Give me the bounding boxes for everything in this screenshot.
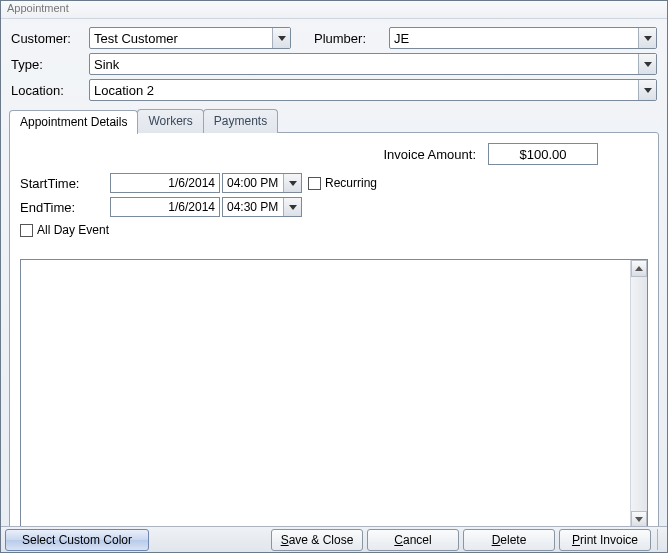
- chevron-down-icon[interactable]: [638, 28, 656, 48]
- recurring-checkbox[interactable]: Recurring: [308, 176, 377, 190]
- invoice-amount-value: $100.00: [520, 147, 567, 162]
- allday-checkbox[interactable]: All Day Event: [20, 223, 109, 237]
- start-date-value: 1/6/2014: [168, 176, 215, 190]
- type-label: Type:: [7, 51, 85, 77]
- checkbox-icon: [20, 224, 33, 237]
- save-button[interactable]: Save & Close: [271, 529, 363, 551]
- svg-marker-2: [644, 62, 652, 67]
- footer-bar: Select Custom Color Save & Close Cancel …: [1, 526, 667, 552]
- footer-spacer: [153, 529, 267, 550]
- customer-combo[interactable]: Test Customer: [89, 27, 291, 49]
- header-form: Customer: Test Customer Plumber: JE: [7, 25, 661, 103]
- type-value: Sink: [94, 57, 119, 72]
- scroll-up-icon[interactable]: [631, 260, 647, 277]
- delete-button[interactable]: Delete: [463, 529, 555, 551]
- type-combo[interactable]: Sink: [89, 53, 657, 75]
- invoice-amount-field[interactable]: $100.00: [488, 143, 598, 165]
- invoice-label: Invoice Amount:: [384, 147, 477, 162]
- start-time-field[interactable]: 04:00 PM: [222, 173, 302, 193]
- customer-label: Customer:: [7, 25, 85, 51]
- chevron-down-icon[interactable]: [638, 80, 656, 100]
- allday-label: All Day Event: [37, 223, 109, 237]
- chevron-down-icon[interactable]: [638, 54, 656, 74]
- plumber-combo[interactable]: JE: [389, 27, 657, 49]
- end-date-value: 1/6/2014: [168, 200, 215, 214]
- svg-marker-5: [289, 205, 297, 210]
- footer-divider: [657, 529, 663, 550]
- svg-marker-6: [635, 266, 643, 271]
- customer-value: Test Customer: [94, 31, 178, 46]
- svg-marker-7: [635, 517, 643, 522]
- notes-textarea[interactable]: [20, 259, 648, 529]
- tab-strip: Appointment Details Workers Payments: [9, 109, 659, 133]
- print-label: Print Invoice: [572, 533, 638, 547]
- end-time-field[interactable]: 04:30 PM: [222, 197, 302, 217]
- tab-area: Appointment Details Workers Payments Inv…: [9, 109, 659, 540]
- svg-marker-1: [644, 36, 652, 41]
- chevron-down-icon[interactable]: [272, 28, 290, 48]
- plumber-value: JE: [394, 31, 409, 46]
- svg-marker-3: [644, 88, 652, 93]
- svg-marker-0: [278, 36, 286, 41]
- start-date-field[interactable]: 1/6/2014: [110, 173, 220, 193]
- notes-scrollbar[interactable]: [630, 260, 647, 528]
- location-value: Location 2: [94, 83, 154, 98]
- location-label: Location:: [7, 77, 85, 103]
- details-panel: Invoice Amount: $100.00 StartTime: 1/6/2…: [9, 132, 659, 540]
- svg-marker-4: [289, 181, 297, 186]
- checkbox-icon: [308, 177, 321, 190]
- select-custom-color-button[interactable]: Select Custom Color: [5, 529, 149, 551]
- chevron-down-icon[interactable]: [283, 174, 301, 192]
- end-date-field[interactable]: 1/6/2014: [110, 197, 220, 217]
- end-label: EndTime:: [20, 200, 110, 215]
- start-label: StartTime:: [20, 176, 110, 191]
- tab-workers[interactable]: Workers: [137, 109, 203, 133]
- print-invoice-button[interactable]: Print Invoice: [559, 529, 651, 551]
- tab-appointment-details[interactable]: Appointment Details: [9, 110, 138, 134]
- plumber-label: Plumber:: [295, 25, 385, 51]
- save-label: Save & Close: [281, 533, 354, 547]
- tab-payments[interactable]: Payments: [203, 109, 278, 133]
- cancel-button[interactable]: Cancel: [367, 529, 459, 551]
- end-time-value: 04:30 PM: [227, 200, 278, 214]
- start-time-value: 04:00 PM: [227, 176, 278, 190]
- location-combo[interactable]: Location 2: [89, 79, 657, 101]
- notes-content: [21, 260, 630, 528]
- chevron-down-icon[interactable]: [283, 198, 301, 216]
- cancel-label: Cancel: [394, 533, 431, 547]
- appointment-window: Appointment Customer: Test Customer Plum…: [0, 0, 668, 553]
- recurring-label: Recurring: [325, 176, 377, 190]
- delete-label: Delete: [492, 533, 527, 547]
- window-title: Appointment: [1, 1, 667, 19]
